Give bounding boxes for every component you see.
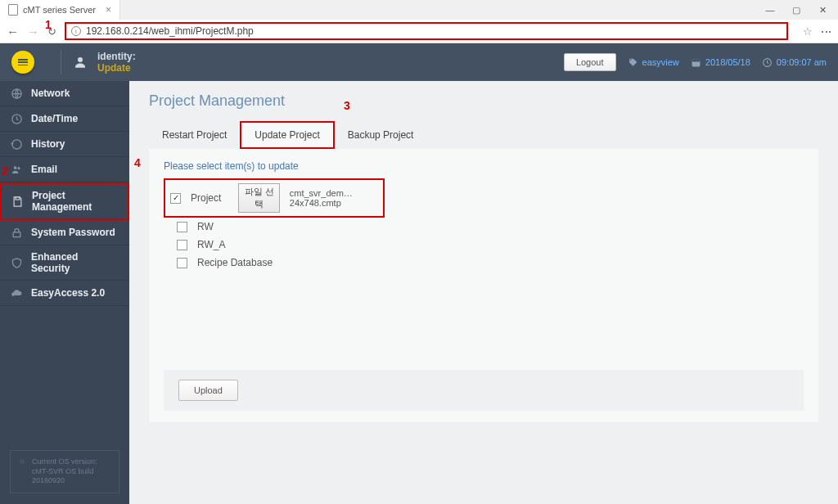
menu-toggle-button[interactable] <box>11 51 34 74</box>
sidebar-item-datetime[interactable]: Date/Time <box>0 106 129 132</box>
back-button[interactable]: ← <box>7 25 19 38</box>
row-project: Project 파일 선택 cmt_svr_dem…24x748.cmtp <box>164 178 385 218</box>
sidebar-item-project-management[interactable]: Project Management <box>0 182 129 220</box>
time-text: 09:09:07 am <box>777 57 827 67</box>
tag-icon <box>628 57 638 68</box>
svg-rect-9 <box>13 232 20 236</box>
panel-footer: Upload <box>164 370 804 411</box>
user-icon <box>73 55 88 70</box>
checkbox-rw-a[interactable] <box>177 240 187 250</box>
svg-point-0 <box>78 57 83 62</box>
page-title: Project Management <box>149 92 818 110</box>
cloud-icon <box>10 286 23 299</box>
clock-icon <box>10 112 23 125</box>
date-text: 2018/05/18 <box>705 57 750 67</box>
page-body: Network Date/Time History 2 Email Projec… <box>0 81 838 504</box>
identity-label: identity: <box>97 51 136 62</box>
clock-icon <box>762 57 773 68</box>
hamburger-icon <box>18 59 28 65</box>
sidebar-item-email[interactable]: Email <box>0 157 129 182</box>
lock-icon <box>10 226 23 239</box>
update-panel: Please select item(s) to update 4 Projec… <box>149 149 818 422</box>
date-indicator: 2018/05/18 <box>691 57 750 68</box>
divider <box>61 50 61 74</box>
sidebar-item-history[interactable]: History <box>0 132 129 157</box>
upload-button[interactable]: Upload <box>178 380 238 401</box>
history-icon <box>10 137 23 151</box>
tag-text: easyview <box>642 57 679 67</box>
main-content: Project Management 3 Restart Project Upd… <box>129 81 838 504</box>
sidebar-item-system-password[interactable]: System Password <box>0 220 129 245</box>
sidebar-item-label: Project Management <box>32 190 118 213</box>
url-input[interactable]: i 192.168.0.214/web_ihmi/ProjectM.php <box>65 22 788 40</box>
tab-title: cMT series Server <box>23 5 96 15</box>
svg-rect-8 <box>16 196 20 199</box>
url-text: 192.168.0.214/web_ihmi/ProjectM.php <box>86 25 254 37</box>
os-version-value: cMT-SVR OS build 20160920 <box>32 467 110 486</box>
tag-indicator: easyview <box>628 57 679 68</box>
tab-update-project[interactable]: Update Project <box>240 121 334 149</box>
site-info-icon[interactable]: i <box>71 26 81 36</box>
header-right: Logout easyview 2018/05/18 09:09:07 am <box>564 53 827 71</box>
app-header: identity: Update Logout easyview 2018/05… <box>0 43 838 81</box>
save-icon <box>11 195 24 208</box>
page-icon <box>8 4 18 16</box>
sidebar-item-label: EasyAccess 2.0 <box>31 287 105 299</box>
window-minimize-button[interactable]: — <box>758 2 782 18</box>
row-label: Project <box>191 192 228 204</box>
sidebar-item-easyaccess[interactable]: EasyAccess 2.0 <box>0 281 129 306</box>
window-controls: — ▢ ✕ <box>758 2 838 18</box>
row-label: RW_A <box>197 239 225 250</box>
svg-point-7 <box>17 167 20 169</box>
star-icon: ☆ <box>19 457 25 467</box>
svg-point-6 <box>13 166 16 169</box>
address-bar: ← → ↻ 1 i 192.168.0.214/web_ihmi/Project… <box>0 20 838 43</box>
tab-bar: Restart Project Update Project Backup Pr… <box>149 121 818 149</box>
identity-value: Update <box>97 62 136 74</box>
window-maximize-button[interactable]: ▢ <box>784 2 809 18</box>
row-label: RW <box>197 221 214 232</box>
file-select-button[interactable]: 파일 선택 <box>238 183 279 213</box>
os-version-box: ☆ Current OS version: cMT-SVR OS build 2… <box>10 450 119 493</box>
row-rw: RW <box>177 218 804 236</box>
tab-close-icon[interactable]: × <box>106 4 111 16</box>
sidebar-item-label: Email <box>31 164 57 175</box>
calendar-icon <box>691 57 701 68</box>
sidebar-item-label: History <box>31 138 65 150</box>
forward-button[interactable]: → <box>27 25 39 38</box>
checkbox-rw[interactable] <box>177 222 187 232</box>
os-version-label: Current OS version: <box>32 457 110 467</box>
row-recipe: Recipe Database <box>177 254 804 272</box>
browser-menu-icon[interactable]: ⋮ <box>820 26 833 37</box>
sidebar-item-label: Enhanced Security <box>31 251 119 274</box>
annotation-1: 1 <box>45 18 52 31</box>
checkbox-project[interactable] <box>170 193 181 204</box>
sidebar: Network Date/Time History 2 Email Projec… <box>0 81 129 504</box>
sidebar-item-network[interactable]: Network <box>0 81 129 106</box>
browser-tab-bar: cMT series Server × — ▢ ✕ <box>0 0 838 20</box>
sidebar-item-label: System Password <box>31 227 115 238</box>
globe-icon <box>10 87 23 100</box>
tab-backup-project[interactable]: Backup Project <box>335 121 427 149</box>
logout-button[interactable]: Logout <box>564 53 616 71</box>
time-indicator: 09:09:07 am <box>762 57 827 68</box>
selected-file-name: cmt_svr_dem…24x748.cmtp <box>290 188 378 208</box>
annotation-2: 2 <box>2 164 8 178</box>
svg-rect-2 <box>692 59 700 61</box>
browser-tab[interactable]: cMT series Server × <box>0 0 120 20</box>
bookmark-icon[interactable]: ☆ <box>803 25 813 38</box>
people-icon <box>10 163 23 176</box>
checkbox-recipe[interactable] <box>177 258 187 268</box>
sidebar-item-label: Network <box>31 88 70 99</box>
row-label: Recipe Database <box>197 257 273 268</box>
sidebar-item-label: Date/Time <box>31 113 78 124</box>
tab-restart-project[interactable]: Restart Project <box>149 121 240 149</box>
instruction-text: Please select item(s) to update <box>164 160 804 172</box>
browser-chrome: cMT series Server × — ▢ ✕ ← → ↻ 1 i 192.… <box>0 0 838 43</box>
identity-block: identity: Update <box>97 51 136 74</box>
shield-icon <box>10 256 23 269</box>
annotation-3: 3 <box>344 99 350 112</box>
window-close-button[interactable]: ✕ <box>810 2 835 18</box>
sidebar-item-enhanced-security[interactable]: Enhanced Security <box>0 245 129 281</box>
annotation-4: 4 <box>134 156 141 169</box>
